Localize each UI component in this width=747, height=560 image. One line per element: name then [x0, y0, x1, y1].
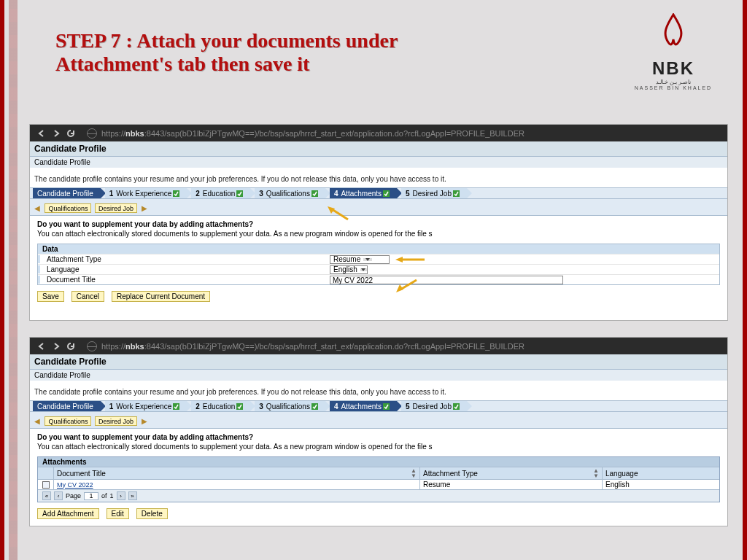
row-checkbox[interactable] [42, 481, 50, 489]
delete-button[interactable]: Delete [136, 508, 168, 519]
pager-next[interactable]: › [117, 491, 125, 500]
pager-first[interactable]: « [42, 491, 51, 500]
browser-window-1: https://nbks:8443/sap(bD1lbiZjPTgwMQ==)/… [29, 124, 728, 321]
svg-rect-1 [236, 190, 243, 197]
data-header: Data [38, 244, 719, 254]
pager: « ‹ Page of 1 › » [38, 489, 719, 502]
pager-last[interactable]: » [128, 491, 137, 500]
row-lang: English [605, 481, 630, 489]
data-box: Data Attachment Type Resume Language Eng… [37, 244, 720, 285]
address-bar[interactable]: https://nbks:8443/sap(bD1lbiZjPTgwMQ==)/… [87, 128, 721, 139]
sort-icon[interactable]: ▲▼ [593, 468, 599, 478]
forward-icon[interactable] [50, 128, 62, 139]
check-icon [236, 403, 243, 410]
wizard-step-2[interactable]: 2Education [191, 401, 250, 411]
subnav-desired-job[interactable]: Desired Job [95, 203, 137, 213]
wizard-step-5[interactable]: 5Desired Job [401, 188, 467, 198]
wizard-step-3[interactable]: 3Qualifications [255, 188, 325, 198]
url-text: https://nbks:8443/sap(bD1lbiZjPTgwMQ==)/… [101, 342, 525, 351]
button-row: Add Attachment Edit Delete [30, 502, 727, 525]
svg-rect-2 [311, 190, 318, 197]
question-text: You can attach electronically stored doc… [30, 443, 727, 456]
question-head: Do you want to supplement your data by a… [30, 429, 727, 443]
svg-rect-11 [311, 403, 318, 410]
language-dropdown[interactable]: English [330, 265, 368, 274]
svg-rect-13 [453, 403, 460, 410]
pager-prev[interactable]: ‹ [54, 491, 63, 500]
wizard-home[interactable]: Candidate Profile [33, 188, 101, 198]
breadcrumb: Candidate Profile [30, 370, 727, 381]
check-icon [173, 190, 179, 197]
wizard-bar: Candidate Profile 1Work Experience 2Educ… [30, 400, 727, 412]
address-bar[interactable]: https://nbks:8443/sap(bD1lbiZjPTgwMQ==)/… [87, 341, 721, 351]
callout-arrow-icon [328, 206, 349, 221]
col-document-title[interactable]: Document Title [57, 470, 106, 478]
attachment-type-dropdown[interactable]: Resume [330, 255, 390, 264]
check-icon [453, 190, 460, 197]
wizard-step-5[interactable]: 5Desired Job [401, 401, 467, 411]
save-button[interactable]: Save [37, 291, 64, 302]
svg-marker-8 [396, 284, 403, 292]
col-language[interactable]: Language [605, 470, 638, 478]
check-icon [383, 190, 390, 197]
edit-button[interactable]: Edit [107, 508, 129, 519]
app-title: Candidate Profile [30, 354, 727, 370]
svg-marker-6 [328, 206, 335, 214]
url-text: https://nbks:8443/sap(bD1lbiZjPTgwMQ==)/… [101, 129, 525, 138]
chevron-right-icon[interactable]: ▶ [140, 417, 149, 425]
col-attachment-type[interactable]: Attachment Type [423, 470, 478, 478]
chevron-left-icon[interactable]: ◀ [33, 417, 42, 425]
browser-toolbar: https://nbks:8443/sap(bD1lbiZjPTgwMQ==)/… [30, 125, 727, 141]
pager-of: of [101, 492, 107, 499]
language-label: Language [42, 265, 80, 273]
svg-rect-0 [173, 190, 179, 197]
callout-arrow-icon [395, 257, 425, 262]
wizard-step-1[interactable]: 1Work Experience [105, 188, 187, 198]
back-icon[interactable] [36, 128, 47, 139]
wizard-step-4[interactable]: 4Attachments [330, 188, 397, 198]
check-icon [311, 190, 318, 197]
sort-icon[interactable]: ▲▼ [411, 468, 417, 478]
wizard-step-3[interactable]: 3Qualifications [255, 401, 325, 411]
subnav-qualifications[interactable]: Qualifications [44, 416, 91, 426]
reload-icon[interactable] [65, 128, 77, 139]
pager-total: 1 [110, 492, 114, 499]
back-icon[interactable] [36, 341, 47, 352]
check-icon [383, 403, 390, 410]
slide-title: STEP 7 : Attach your documents under Att… [55, 29, 464, 76]
svg-line-7 [400, 280, 417, 289]
reload-icon[interactable] [65, 341, 77, 352]
check-icon [236, 190, 243, 197]
pager-current[interactable] [84, 492, 98, 500]
cancel-button[interactable]: Cancel [71, 291, 104, 302]
check-icon [173, 403, 179, 410]
browser-window-2: https://nbks:8443/sap(bD1lbiZjPTgwMQ==)/… [29, 337, 728, 526]
row-type: Resume [423, 481, 450, 489]
wizard-step-2[interactable]: 2Education [191, 188, 250, 198]
table-header: Document Title▲▼ Attachment Type▲▼ Langu… [38, 467, 719, 479]
nbk-logo: NBK ناصـر بـن خـالـد NASSER BIN KHALED [633, 13, 713, 90]
svg-rect-12 [383, 403, 390, 410]
wizard-bar: Candidate Profile 1Work Experience 2Educ… [30, 187, 727, 199]
document-title-field[interactable]: My CV 2022 [330, 276, 563, 284]
chevron-right-icon[interactable]: ▶ [140, 204, 149, 212]
svg-rect-10 [236, 403, 243, 410]
subnav-desired-job[interactable]: Desired Job [95, 416, 137, 426]
table-row[interactable]: My CV 2022 Resume English [38, 479, 719, 489]
intro-text: The candidate profile contains your resu… [30, 168, 727, 187]
document-title-label: Document Title [42, 276, 96, 284]
wizard-home[interactable]: Candidate Profile [33, 401, 101, 411]
pager-label: Page [66, 492, 81, 499]
wizard-step-4[interactable]: 4Attachments [330, 401, 397, 411]
svg-rect-3 [383, 190, 390, 197]
replace-document-button[interactable]: Replace Current Document [112, 291, 210, 302]
chevron-left-icon[interactable]: ◀ [33, 204, 42, 212]
question-text: You can attach electronically stored doc… [30, 230, 727, 244]
subnav-qualifications[interactable]: Qualifications [44, 203, 91, 213]
forward-icon[interactable] [50, 341, 62, 352]
globe-icon [87, 128, 97, 139]
chevron-down-icon [360, 268, 367, 271]
wizard-step-1[interactable]: 1Work Experience [105, 401, 187, 411]
add-attachment-button[interactable]: Add Attachment [37, 508, 99, 519]
attachment-link[interactable]: My CV 2022 [57, 481, 93, 489]
